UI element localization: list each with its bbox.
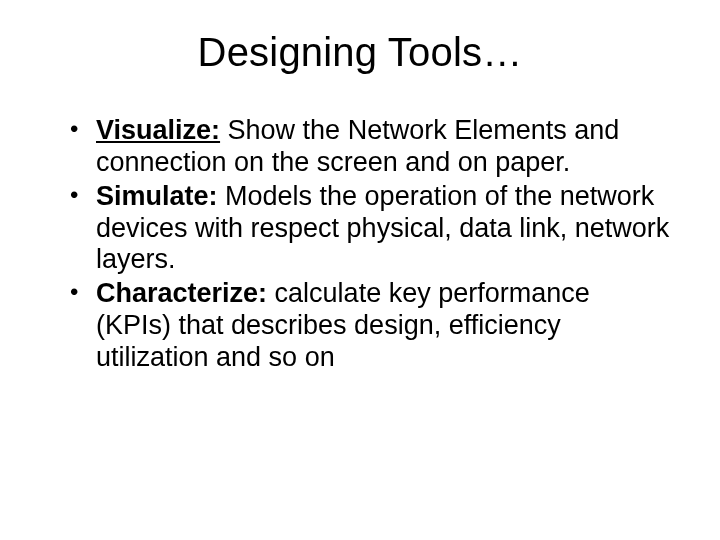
bullet-term: Visualize: — [96, 115, 220, 145]
list-item: Visualize: Show the Network Elements and… — [70, 115, 670, 179]
list-item: Characterize: calculate key performance … — [70, 278, 670, 374]
list-item: Simulate: Models the operation of the ne… — [70, 181, 670, 277]
bullet-term: Characterize: — [96, 278, 267, 308]
bullet-list: Visualize: Show the Network Elements and… — [70, 115, 670, 374]
slide: Designing Tools… Visualize: Show the Net… — [0, 0, 720, 540]
bullet-term: Simulate: — [96, 181, 218, 211]
slide-title: Designing Tools… — [50, 30, 670, 75]
